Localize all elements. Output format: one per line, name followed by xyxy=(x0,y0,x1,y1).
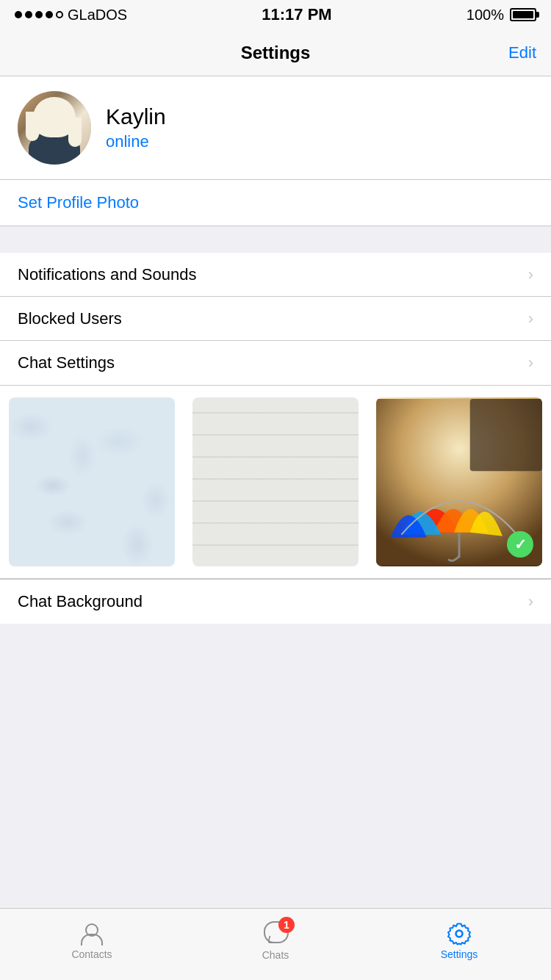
chevron-icon: › xyxy=(528,265,533,284)
avatar[interactable] xyxy=(18,91,91,165)
battery-percent: 100% xyxy=(467,7,504,24)
signal-dots xyxy=(15,11,63,18)
signal-dot-4 xyxy=(46,11,53,18)
set-profile-photo-button[interactable]: Set Profile Photo xyxy=(18,193,139,212)
content-area: Kaylin online Set Profile Photo Notifica… xyxy=(0,76,551,696)
status-time: 11:17 PM xyxy=(262,5,331,24)
chevron-icon: › xyxy=(528,309,533,328)
wallpaper-item-2[interactable] xyxy=(192,397,359,566)
section-divider xyxy=(0,226,551,253)
tab-settings-label: Settings xyxy=(441,948,478,960)
avatar-hair xyxy=(33,97,76,137)
wallpaper-previews: ✓ xyxy=(0,386,551,578)
profile-section: Kaylin online xyxy=(0,76,551,180)
chevron-icon: › xyxy=(528,592,533,611)
wallpaper-section: ✓ xyxy=(0,385,551,579)
set-photo-row[interactable]: Set Profile Photo xyxy=(0,180,551,226)
profile-info: Kaylin online xyxy=(106,104,166,151)
tab-contacts[interactable]: Contacts xyxy=(0,922,184,960)
signal-dot-5 xyxy=(56,11,63,18)
blocked-users-row[interactable]: Blocked Users › xyxy=(0,297,551,341)
status-right: 100% xyxy=(467,7,536,24)
battery-fill xyxy=(513,11,533,18)
carrier-name: GLaDOS xyxy=(68,7,127,24)
avatar-hair-right xyxy=(68,118,82,147)
profile-status: online xyxy=(106,132,166,151)
selected-checkmark: ✓ xyxy=(507,531,533,558)
tab-chats[interactable]: 1 Chats xyxy=(184,921,367,961)
status-bar: GLaDOS 11:17 PM 100% xyxy=(0,0,551,29)
chat-settings-label: Chat Settings xyxy=(18,353,115,372)
signal-dot-3 xyxy=(35,11,43,18)
blocked-users-label: Blocked Users xyxy=(18,309,122,328)
chat-settings-row[interactable]: Chat Settings › xyxy=(0,341,551,385)
chats-icon-wrap: 1 xyxy=(264,921,287,946)
svg-rect-1 xyxy=(470,399,542,471)
chat-background-row[interactable]: Chat Background › xyxy=(0,580,551,624)
tab-bar: Contacts 1 Chats Settings xyxy=(0,908,551,980)
notifications-sounds-row[interactable]: Notifications and Sounds › xyxy=(0,253,551,297)
contacts-icon xyxy=(80,922,104,945)
chevron-icon: › xyxy=(528,353,533,372)
tab-settings[interactable]: Settings xyxy=(367,922,551,960)
battery-body xyxy=(510,8,536,21)
status-left: GLaDOS xyxy=(15,7,127,24)
edit-button[interactable]: Edit xyxy=(508,43,536,62)
nav-title: Settings xyxy=(241,43,311,63)
chats-badge: 1 xyxy=(278,917,295,933)
signal-dot-2 xyxy=(25,11,32,18)
tab-chats-label: Chats xyxy=(262,949,289,961)
battery-icon xyxy=(510,8,536,21)
settings-gear-icon xyxy=(447,922,471,945)
profile-name: Kaylin xyxy=(106,104,166,129)
signal-dot-1 xyxy=(15,11,22,18)
avatar-image xyxy=(18,91,91,165)
wallpaper-item-1[interactable] xyxy=(9,397,175,566)
notifications-sounds-label: Notifications and Sounds xyxy=(18,265,196,284)
nav-bar: Settings Edit xyxy=(0,29,551,76)
menu-section: Notifications and Sounds › Blocked Users… xyxy=(0,253,551,385)
wallpaper-item-3[interactable]: ✓ xyxy=(376,397,542,566)
svg-point-3 xyxy=(456,930,463,937)
tab-contacts-label: Contacts xyxy=(71,948,112,960)
chat-background-section: Chat Background › xyxy=(0,579,551,624)
chat-background-label: Chat Background xyxy=(18,592,143,611)
